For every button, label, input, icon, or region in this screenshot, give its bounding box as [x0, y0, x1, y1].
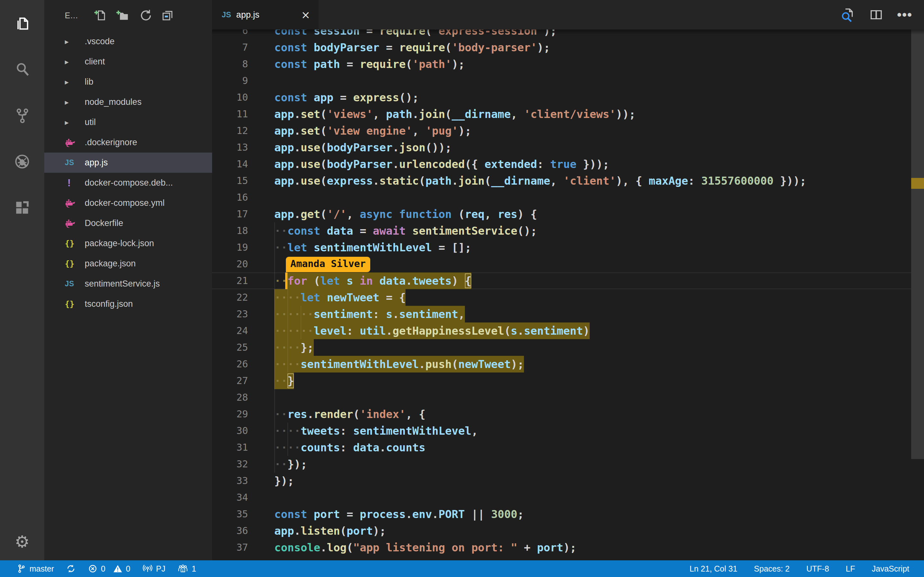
folder-chevron-icon: ▸ — [65, 77, 85, 87]
sync-status[interactable] — [66, 564, 76, 574]
code-line-26[interactable]: 26····sentimentWithLevel.push(newTweet); — [212, 356, 911, 372]
code-line-34[interactable]: 34 — [212, 489, 911, 506]
code-text: app.use(bodyParser.json()); — [274, 141, 452, 154]
language-mode-status[interactable]: JavaScript — [872, 564, 909, 574]
code-line-20[interactable]: 20Amanda Silver — [212, 256, 911, 272]
line-number: 18 — [212, 222, 274, 239]
code-line-33[interactable]: 33}); — [212, 472, 911, 489]
source-control-icon[interactable] — [0, 92, 44, 139]
code-line-21[interactable]: 21··for (let s in data.tweets) { — [212, 272, 911, 289]
code-line-22[interactable]: 22····let newTweet = { — [212, 289, 911, 306]
tree-item-dockerfile[interactable]: Dockerfile — [44, 213, 212, 234]
line-number: 8 — [212, 56, 274, 73]
code-line-36[interactable]: 36app.listen(port); — [212, 522, 911, 539]
more-actions-icon[interactable]: ••• — [897, 11, 913, 18]
debug-icon[interactable] — [0, 139, 44, 185]
code-line-13[interactable]: 13app.use(bodyParser.json()); — [212, 139, 911, 156]
cursor-position-status[interactable]: Ln 21, Col 31 — [690, 564, 737, 574]
vscode-window: ⚙ E... — [0, 0, 924, 577]
extensions-icon[interactable] — [0, 185, 44, 231]
tree-item-node-modules[interactable]: ▸node_modules — [44, 92, 212, 112]
line-number: 15 — [212, 172, 274, 189]
code-line-32[interactable]: 32··}); — [212, 456, 911, 472]
line-number: 25 — [212, 339, 274, 356]
tree-item-lib[interactable]: ▸lib — [44, 72, 212, 92]
code-text: app.use(express.static(path.join(__dirna… — [274, 174, 806, 187]
folder-chevron-icon: ▸ — [65, 118, 85, 127]
problems-status[interactable]: 0 0 — [88, 564, 130, 574]
code-text: const bodyParser = require('body-parser'… — [274, 41, 550, 54]
open-changes-icon[interactable] — [838, 6, 855, 23]
search-icon[interactable] — [0, 46, 44, 92]
code-line-19[interactable]: 19··let sentimentWithLevel = []; — [212, 239, 911, 256]
participants-status[interactable]: 1 — [178, 564, 196, 574]
scrollbar-slider[interactable] — [911, 29, 924, 459]
line-number: 31 — [212, 439, 274, 456]
tab-app-js[interactable]: JS app.js × — [212, 0, 318, 29]
live-share-session[interactable]: PJ — [142, 564, 165, 574]
code-line-27[interactable]: 27··} — [212, 372, 911, 389]
code-line-15[interactable]: 15app.use(express.static(path.join(__dir… — [212, 172, 911, 189]
new-file-icon[interactable] — [93, 8, 107, 23]
explorer-icon[interactable] — [0, 0, 44, 46]
tree-item-package-json[interactable]: {}package.json — [44, 253, 212, 274]
code-text: const session = require('express-session… — [274, 29, 557, 37]
line-number: 19 — [212, 239, 274, 256]
tree-item-sentimentservice-js[interactable]: JSsentimentService.js — [44, 274, 212, 294]
line-number: 17 — [212, 206, 274, 222]
tree-item-docker-compose-yml[interactable]: docker-compose.yml — [44, 193, 212, 213]
tree-item-tsconfig-json[interactable]: {}tsconfig.json — [44, 294, 212, 314]
code-line-31[interactable]: 31····counts: data.counts — [212, 439, 911, 456]
code-line-24[interactable]: 24······level: util.getHappinessLevel(s.… — [212, 322, 911, 339]
tree-item-label: node_modules — [85, 97, 142, 107]
code-line-37[interactable]: 37console.log("app listening on port: " … — [212, 539, 911, 556]
code-text: ··res.render('index', { — [274, 408, 425, 421]
new-folder-icon[interactable] — [115, 8, 129, 23]
participant-count: 1 — [192, 564, 196, 574]
tree-item-app-js[interactable]: JSapp.js — [44, 153, 212, 173]
error-count: 0 — [101, 564, 105, 574]
code-line-8[interactable]: 8const path = require('path'); — [212, 56, 911, 73]
tree-item-docker-compose-deb-[interactable]: !docker-compose.deb... — [44, 173, 212, 193]
code-line-12[interactable]: 12app.set('view engine', 'pug'); — [212, 122, 911, 139]
collapse-all-icon[interactable] — [160, 8, 174, 23]
js-file-icon: JS — [65, 158, 85, 167]
settings-gear-icon[interactable]: ⚙ — [0, 532, 44, 551]
tree-item-package-lock-json[interactable]: {}package-lock.json — [44, 234, 212, 253]
encoding-status[interactable]: UTF-8 — [806, 564, 829, 574]
tree-item-util[interactable]: ▸util — [44, 112, 212, 132]
tab-label: app.js — [236, 10, 301, 20]
code-line-35[interactable]: 35const port = process.env.PORT || 3000; — [212, 506, 911, 522]
code-line-14[interactable]: 14app.use(bodyParser.urlencoded({ extend… — [212, 156, 911, 172]
code-text: ··for (let s in data.tweets) { — [274, 274, 471, 287]
docker-file-icon — [65, 198, 85, 208]
indentation-status[interactable]: Spaces: 2 — [754, 564, 790, 574]
code-text: ··}); — [274, 458, 307, 471]
code-line-11[interactable]: 11app.set('views', path.join(__dirname, … — [212, 106, 911, 122]
code-line-29[interactable]: 29··res.render('index', { — [212, 406, 911, 422]
code-line-28[interactable]: 28 — [212, 389, 911, 406]
code-editor[interactable]: 6const session = require('express-sessio… — [212, 29, 924, 560]
tab-close-icon[interactable]: × — [301, 9, 310, 20]
tree-item-label: client — [85, 57, 105, 67]
line-number: 37 — [212, 539, 274, 556]
code-line-18[interactable]: 18··const data = await sentimentService(… — [212, 222, 911, 239]
code-line-9[interactable]: 9 — [212, 73, 911, 89]
split-editor-icon[interactable] — [868, 7, 884, 23]
code-line-30[interactable]: 30····tweets: sentimentWithLevel, — [212, 422, 911, 439]
refresh-icon[interactable] — [138, 8, 152, 23]
git-branch-status[interactable]: master — [17, 564, 54, 574]
code-line-17[interactable]: 17app.get('/', async function (req, res)… — [212, 206, 911, 222]
tree-item--vscode[interactable]: ▸.vscode — [44, 31, 212, 52]
code-line-6[interactable]: 6const session = require('express-sessio… — [212, 29, 911, 39]
tree-item--dockerignore[interactable]: .dockerignore — [44, 132, 212, 153]
code-line-25[interactable]: 25····}; — [212, 339, 911, 356]
code-lines: 6const session = require('express-sessio… — [212, 29, 911, 556]
code-line-7[interactable]: 7const bodyParser = require('body-parser… — [212, 39, 911, 56]
code-line-10[interactable]: 10const app = express(); — [212, 89, 911, 106]
tree-item-client[interactable]: ▸client — [44, 52, 212, 72]
code-line-16[interactable]: 16 — [212, 189, 911, 206]
eol-status[interactable]: LF — [846, 564, 855, 574]
code-text: ····let newTweet = { — [274, 291, 405, 304]
code-line-23[interactable]: 23······sentiment: s.sentiment, — [212, 306, 911, 322]
